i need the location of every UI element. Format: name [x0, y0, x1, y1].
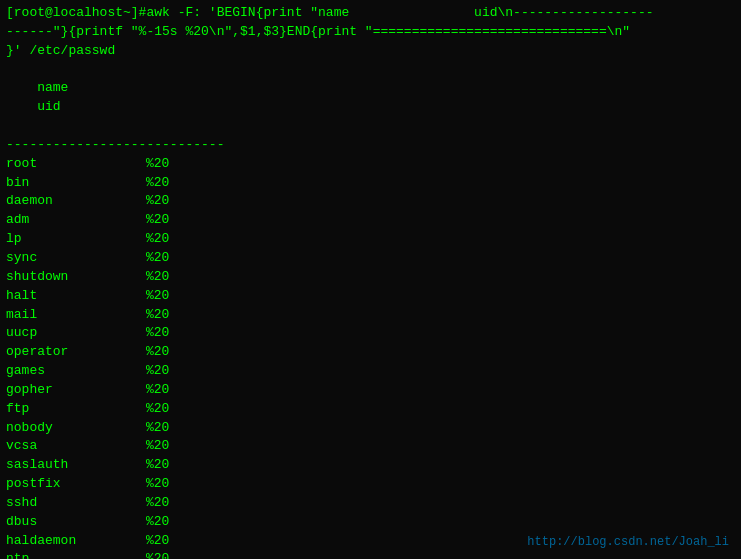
- watermark: http://blog.csdn.net/Joah_li: [527, 535, 729, 549]
- cell-name: postfix: [6, 475, 146, 494]
- cell-uid: %20: [146, 211, 169, 230]
- table-row: mail%20: [6, 306, 735, 325]
- cell-name: gopher: [6, 381, 146, 400]
- terminal: [root@localhost~]#awk -F: 'BEGIN{print "…: [6, 4, 735, 555]
- table-row: sshd%20: [6, 494, 735, 513]
- command-line: [root@localhost~]#awk -F: 'BEGIN{print "…: [6, 4, 735, 23]
- cell-name: nobody: [6, 419, 146, 438]
- cell-uid: %20: [146, 324, 169, 343]
- table-row: bin%20: [6, 174, 735, 193]
- cell-uid: %20: [146, 362, 169, 381]
- table-row: postfix%20: [6, 475, 735, 494]
- cell-name: adm: [6, 211, 146, 230]
- cell-uid: %20: [146, 306, 169, 325]
- cell-name: sshd: [6, 494, 146, 513]
- header-name: name: [37, 79, 177, 98]
- header-separator: ----------------------------: [6, 136, 735, 155]
- table-row: sync%20: [6, 249, 735, 268]
- cell-uid: %20: [146, 192, 169, 211]
- command-continuation: ------"}{printf "%-15s %20\n",$1,$3}END{…: [6, 23, 735, 42]
- cell-name: sync: [6, 249, 146, 268]
- cell-name: dbus: [6, 513, 146, 532]
- table-row: adm%20: [6, 211, 735, 230]
- cell-name: root: [6, 155, 146, 174]
- command-end: }' /etc/passwd: [6, 42, 735, 61]
- table-row: daemon%20: [6, 192, 735, 211]
- table-row: operator%20: [6, 343, 735, 362]
- table-row: root%20: [6, 155, 735, 174]
- cell-name: games: [6, 362, 146, 381]
- cell-name: halt: [6, 287, 146, 306]
- cell-name: ntp: [6, 550, 146, 559]
- cell-name: saslauth: [6, 456, 146, 475]
- table-header: name uid: [6, 61, 735, 136]
- cell-name: uucp: [6, 324, 146, 343]
- cell-name: bin: [6, 174, 146, 193]
- cell-uid: %20: [146, 456, 169, 475]
- table-row: dbus%20: [6, 513, 735, 532]
- cell-uid: %20: [146, 381, 169, 400]
- cell-name: ftp: [6, 400, 146, 419]
- cell-uid: %20: [146, 475, 169, 494]
- cell-name: shutdown: [6, 268, 146, 287]
- cell-uid: %20: [146, 532, 169, 551]
- cell-name: lp: [6, 230, 146, 249]
- cell-name: haldaemon: [6, 532, 146, 551]
- table-row: vcsa%20: [6, 437, 735, 456]
- cell-name: daemon: [6, 192, 146, 211]
- table-row: shutdown%20: [6, 268, 735, 287]
- cell-uid: %20: [146, 343, 169, 362]
- cell-name: operator: [6, 343, 146, 362]
- cell-uid: %20: [146, 230, 169, 249]
- table-row: saslauth%20: [6, 456, 735, 475]
- cell-name: mail: [6, 306, 146, 325]
- table-row: lp%20: [6, 230, 735, 249]
- table-row: gopher%20: [6, 381, 735, 400]
- cell-uid: %20: [146, 287, 169, 306]
- header-uid: uid: [37, 98, 60, 117]
- cell-uid: %20: [146, 268, 169, 287]
- table-row: games%20: [6, 362, 735, 381]
- cell-uid: %20: [146, 249, 169, 268]
- table-row: ntp%20: [6, 550, 735, 559]
- cell-uid: %20: [146, 550, 169, 559]
- cell-name: vcsa: [6, 437, 146, 456]
- table-row: uucp%20: [6, 324, 735, 343]
- table-row: halt%20: [6, 287, 735, 306]
- table-body: root%20bin%20daemon%20adm%20lp%20sync%20…: [6, 155, 735, 559]
- cell-uid: %20: [146, 400, 169, 419]
- cell-uid: %20: [146, 419, 169, 438]
- cell-uid: %20: [146, 494, 169, 513]
- cell-uid: %20: [146, 155, 169, 174]
- cell-uid: %20: [146, 437, 169, 456]
- table-row: ftp%20: [6, 400, 735, 419]
- cell-uid: %20: [146, 174, 169, 193]
- table-row: nobody%20: [6, 419, 735, 438]
- cell-uid: %20: [146, 513, 169, 532]
